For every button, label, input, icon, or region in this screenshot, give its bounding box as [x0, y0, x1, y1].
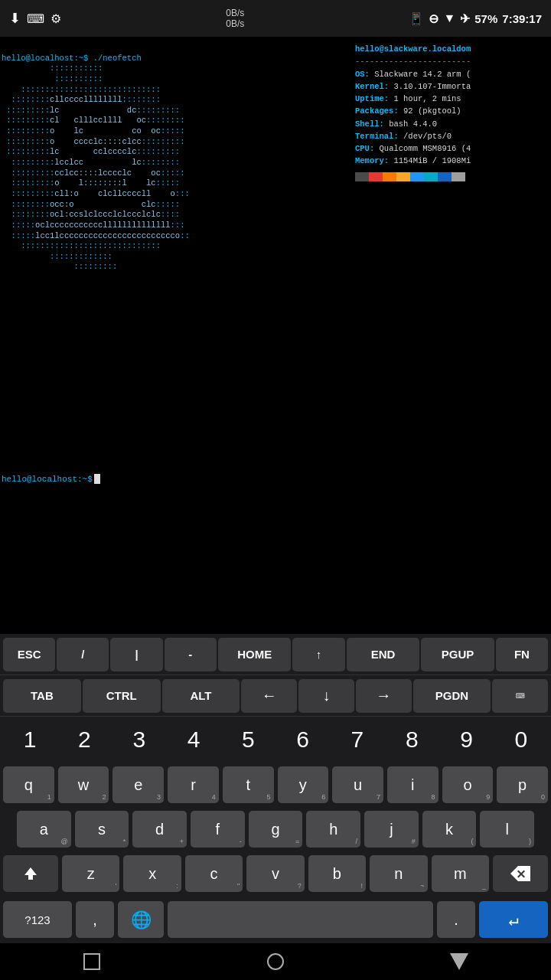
key-n[interactable]: n~ [370, 855, 427, 892]
color-block-3 [383, 172, 396, 181]
key-b[interactable]: b! [308, 855, 366, 892]
key-a[interactable]: a@ [17, 811, 71, 848]
nav-recent-button[interactable] [444, 950, 474, 973]
key-3[interactable]: 3 [112, 720, 166, 760]
key-ctrl[interactable]: CTRL [83, 679, 161, 713]
key-pipe[interactable]: | [110, 638, 162, 671]
key-globe[interactable]: 🌐 [118, 901, 164, 938]
key-j[interactable]: j# [364, 811, 419, 848]
key-end[interactable]: END [347, 638, 420, 671]
status-right: 📱 ⊖ ▼ ✈ 57% 7:39:17 [409, 11, 542, 26]
nf-shell-value: bash 4.4.0 [389, 119, 437, 129]
cursor [94, 474, 100, 484]
key-h[interactable]: h/ [306, 811, 360, 848]
key-m[interactable]: m_ [432, 855, 489, 892]
status-network: 0B/s 0B/s [226, 8, 244, 29]
key-space[interactable] [168, 901, 433, 938]
key-pgdn[interactable]: PGDN [413, 679, 491, 713]
key-minus[interactable]: - [165, 638, 217, 671]
key-alt[interactable]: ALT [162, 679, 240, 713]
key-o[interactable]: o9 [442, 766, 494, 803]
key-z[interactable]: z' [62, 855, 119, 892]
key-keyboard-icon[interactable]: ⌨ [492, 679, 548, 713]
settings-icon: ⚙ [51, 11, 61, 26]
key-backspace[interactable] [493, 855, 548, 892]
network-down: 0B/s [226, 18, 244, 29]
key-down[interactable]: ↓ [298, 679, 354, 713]
back-square-icon [83, 953, 100, 970]
recent-triangle-icon [450, 953, 468, 970]
key-i[interactable]: i8 [387, 766, 439, 803]
key-q[interactable]: q1 [3, 766, 54, 803]
key-l[interactable]: l) [480, 811, 534, 848]
key-pgup[interactable]: PGUP [421, 638, 494, 671]
nav-home-button[interactable] [260, 950, 291, 973]
qwerty-row-z: z' x: c" v? b! n~ m_ [0, 851, 551, 896]
key-slash[interactable]: / [57, 638, 109, 671]
key-y[interactable]: y6 [278, 766, 329, 803]
key-right[interactable]: → [356, 679, 412, 713]
key-v[interactable]: v? [246, 855, 304, 892]
download-icon: ⬇ [9, 10, 21, 27]
key-4[interactable]: 4 [167, 720, 220, 760]
terminal-content: hello@localhost:~$ ./neofetch ::::::::::… [0, 37, 551, 490]
terminal-area[interactable]: hello@localhost:~$ ./neofetch ::::::::::… [0, 37, 551, 490]
nf-shell-row: Shell: bash 4.4.0 [355, 118, 548, 130]
key-home[interactable]: HOME [218, 638, 292, 671]
nf-kernel-label: Kernel: [355, 82, 389, 91]
key-x[interactable]: x: [123, 855, 181, 892]
key-7[interactable]: 7 [331, 720, 384, 760]
terminal-prompt: hello@localhost:~$ [2, 474, 100, 484]
key-w[interactable]: w2 [58, 766, 109, 803]
key-8[interactable]: 8 [385, 720, 439, 760]
nf-kernel-row: Kernel: 3.10.107-Immorta [355, 80, 548, 93]
key-period[interactable]: . [437, 901, 475, 938]
key-2[interactable]: 2 [57, 720, 111, 760]
key-123[interactable]: ?123 [3, 901, 72, 938]
color-block-2 [369, 172, 383, 181]
nf-os-label: OS: [355, 70, 370, 79]
network-up: 0B/s [226, 8, 244, 18]
key-6[interactable]: 6 [276, 720, 329, 760]
key-5[interactable]: 5 [221, 720, 275, 760]
terminal-ascii-art: hello@localhost:~$ ./neofetch ::::::::::… [0, 37, 352, 490]
key-r[interactable]: r4 [168, 766, 219, 803]
key-enter[interactable]: ↵ [479, 901, 548, 938]
nf-shell-label: Shell: [355, 119, 384, 129]
key-tab[interactable]: TAB [3, 679, 81, 713]
key-u[interactable]: u7 [332, 766, 383, 803]
airplane-icon: ✈ [460, 11, 470, 26]
key-1[interactable]: 1 [3, 720, 57, 760]
key-left[interactable]: ← [241, 679, 297, 713]
nf-terminal-row: Terminal: /dev/pts/0 [355, 130, 548, 142]
nf-os-row: OS: Slackware 14.2 arm ( [355, 68, 548, 80]
key-fn[interactable]: FN [496, 638, 548, 671]
key-0[interactable]: 0 [494, 720, 548, 760]
nf-terminal-label: Terminal: [355, 132, 399, 141]
nf-packages-row: Packages: 92 (pkgtool) [355, 105, 548, 117]
key-k[interactable]: k( [422, 811, 477, 848]
key-comma[interactable]: , [76, 901, 114, 938]
wifi-icon: ▼ [443, 11, 455, 25]
key-up[interactable]: ↑ [292, 638, 344, 671]
nf-uptime-row: Uptime: 1 hour, 2 mins [355, 93, 548, 105]
key-p[interactable]: p0 [497, 766, 548, 803]
key-d[interactable]: d+ [132, 811, 187, 848]
nav-back-button[interactable] [77, 950, 107, 973]
keyboard[interactable]: ESC / | - HOME ↑ END PGUP FN TAB CTRL AL… [0, 634, 551, 943]
key-esc[interactable]: ESC [3, 638, 55, 671]
key-s[interactable]: s* [75, 811, 129, 848]
prompt-text: hello@localhost:~$ [2, 475, 93, 484]
home-circle-icon [267, 953, 284, 970]
color-block-7 [438, 172, 452, 181]
key-shift[interactable] [3, 855, 58, 892]
battery-level: 57% [474, 12, 497, 25]
key-t[interactable]: t5 [223, 766, 274, 803]
nf-packages-value: 92 (pkgtool) [403, 106, 461, 116]
key-f[interactable]: f- [191, 811, 245, 848]
terminal-neofetch-info: hello@slackware.localdom ---------------… [352, 37, 551, 490]
key-g[interactable]: g= [249, 811, 303, 848]
key-e[interactable]: e3 [112, 766, 164, 803]
key-9[interactable]: 9 [439, 720, 493, 760]
key-c[interactable]: c" [185, 855, 243, 892]
